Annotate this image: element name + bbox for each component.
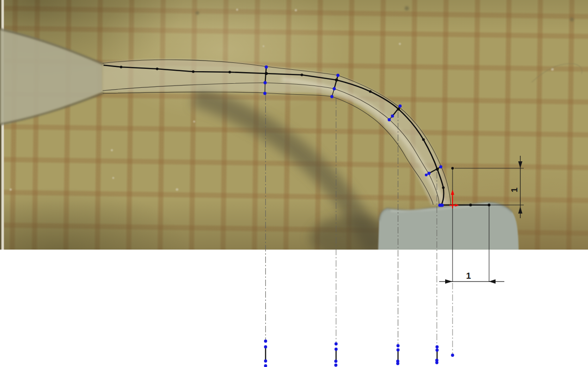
sketch-point[interactable]	[439, 165, 442, 169]
vertical-dimension-value[interactable]: 1	[509, 187, 519, 192]
spline-knot[interactable]	[451, 167, 454, 170]
sketch-point[interactable]	[391, 115, 394, 118]
sketch-point[interactable]	[428, 172, 431, 175]
sketch-point[interactable]	[337, 74, 340, 77]
cad-canvas: 1 1	[0, 0, 588, 367]
dimension-arrow-left	[489, 279, 496, 283]
sketch-point[interactable]	[435, 345, 439, 349]
sketch-overlay: 1 1	[0, 0, 588, 367]
sketch-point[interactable]	[335, 343, 338, 346]
spline-knot[interactable]	[300, 73, 303, 76]
sketch-point[interactable]	[335, 348, 338, 351]
sketch-point[interactable]	[331, 95, 334, 98]
sketch-point[interactable]	[334, 360, 337, 363]
sketch-point[interactable]	[425, 174, 428, 177]
sketch-point[interactable]	[264, 340, 267, 343]
projection-cluster-4[interactable]	[435, 345, 439, 364]
paper-dark-specks	[196, 6, 574, 22]
sketch-point[interactable]	[397, 344, 400, 348]
sketch-point[interactable]	[435, 349, 439, 352]
sketch-point[interactable]	[451, 354, 454, 357]
spline-knot[interactable]	[442, 186, 445, 189]
sketch-point[interactable]	[264, 345, 267, 349]
vertical-dimension[interactable]: 1	[509, 156, 522, 218]
sketch-point[interactable]	[264, 364, 267, 367]
sketch-point[interactable]	[334, 364, 337, 367]
sketch-point-landing[interactable]	[438, 204, 444, 207]
spline-knot[interactable]	[120, 66, 122, 68]
projection-cluster-2[interactable]	[334, 343, 337, 367]
spline-knot[interactable]	[228, 71, 231, 73]
spline-knot[interactable]	[469, 204, 472, 207]
horizontal-dimension-value[interactable]: 1	[466, 271, 471, 281]
sketch-point[interactable]	[264, 360, 267, 363]
nozzle-photo	[0, 29, 103, 125]
spline-knot[interactable]	[369, 90, 372, 93]
projection-cluster-3[interactable]	[396, 344, 399, 365]
dimension-arrow-up	[518, 207, 522, 214]
origin-marker[interactable]	[450, 190, 459, 208]
sketch-point[interactable]	[333, 87, 336, 91]
sketch-point[interactable]	[397, 349, 400, 352]
sketch-point[interactable]	[263, 92, 267, 95]
origin-arrow-up-icon	[451, 190, 454, 195]
projection-clusters[interactable]	[264, 340, 439, 367]
sketch-point[interactable]	[265, 66, 268, 69]
spline-knot[interactable]	[156, 67, 159, 70]
paper-specks	[9, 9, 554, 191]
sketch-point[interactable]	[388, 118, 391, 122]
sketch-point[interactable]	[435, 361, 439, 364]
dimension-arrow-down	[518, 161, 522, 168]
spline-knot[interactable]	[488, 204, 490, 207]
dimension-arrow-right	[445, 279, 453, 283]
horizontal-dimension[interactable]: 1	[439, 271, 504, 284]
spline-knot[interactable]	[422, 138, 425, 141]
sketch-point[interactable]	[396, 362, 399, 365]
sketch-point[interactable]	[263, 81, 267, 85]
sketch-point[interactable]	[398, 104, 402, 108]
paper-scratch	[532, 64, 582, 82]
projection-cluster-1[interactable]	[264, 340, 267, 367]
spline-knot[interactable]	[192, 70, 195, 73]
